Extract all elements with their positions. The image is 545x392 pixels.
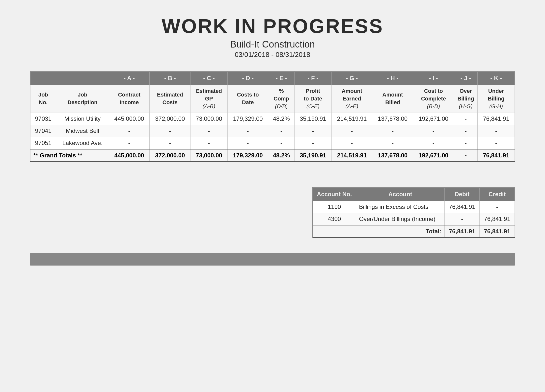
job-no-cell: 97041 [30, 125, 56, 137]
account-no-cell: 4300 [313, 213, 356, 225]
pct-comp-cell: 48.2% [268, 113, 295, 125]
under-billing-cell: - [478, 125, 515, 137]
secondary-header-row: Account No. Account Debit Credit [313, 188, 515, 201]
account-no-cell: 1190 [313, 201, 356, 213]
pct-comp-cell: - [268, 137, 295, 149]
col-pct-comp-label: %Comp(D/B) [268, 85, 295, 113]
col-f-letter: - F - [295, 72, 332, 85]
debit-header: Debit [444, 188, 480, 201]
profit-to-date-cell: - [295, 137, 332, 149]
secondary-totals-debit: 76,841.91 [444, 225, 480, 238]
col-j-letter: - J - [454, 72, 478, 85]
col-d-letter: - D - [227, 72, 268, 85]
cost-to-complete-cell: - [413, 125, 454, 137]
account-name-cell: Billings in Excess of Costs [356, 201, 445, 213]
contract-income-cell: - [109, 125, 150, 137]
col-est-costs-label: EstimatedCosts [150, 85, 191, 113]
col-amount-billed-label: AmountBilled [372, 85, 413, 113]
profit-to-date-cell: - [295, 125, 332, 137]
secondary-table-row: 4300 Over/Under Billings (Income) - 76,8… [313, 213, 515, 225]
est-costs-cell: - [150, 125, 191, 137]
cost-to-complete-cell: - [413, 137, 454, 149]
amount-earned-cell: - [331, 125, 372, 137]
col-c-letter: - C - [191, 72, 228, 85]
job-no-cell: 97051 [30, 137, 56, 149]
totals-row: ** Grand Totals ** 445,000.00 372,000.00… [30, 149, 515, 162]
credit-cell: 76,841.91 [480, 213, 515, 225]
over-billing-cell: - [454, 137, 478, 149]
col-est-gp-label: EstimatedGP(A-B) [191, 85, 228, 113]
report-title: WORK IN PROGRESS [30, 15, 515, 38]
amount-billed-cell: - [372, 125, 413, 137]
amount-billed-cell: - [372, 137, 413, 149]
costs-to-date-cell: - [227, 137, 268, 149]
costs-to-date-cell: 179,329.00 [227, 113, 268, 125]
col-job-desc-label: JobDescription [56, 85, 109, 113]
amount-billed-cell: 137,678.00 [372, 113, 413, 125]
costs-to-date-cell: - [227, 125, 268, 137]
col-over-billing-label: OverBilling(H-G) [454, 85, 478, 113]
totals-amount-billed: 137,678.00 [372, 149, 413, 162]
credit-cell: - [480, 201, 515, 213]
pct-comp-cell: - [268, 125, 295, 137]
job-desc-cell: Mission Utility [56, 113, 109, 125]
col-amount-earned-label: AmountEarned(A•E) [331, 85, 372, 113]
job-desc-cell: Lakewood Ave. [56, 137, 109, 149]
col-k-letter: - K - [478, 72, 515, 85]
footer-bar [30, 253, 515, 266]
amount-earned-cell: - [331, 137, 372, 149]
col-empty-1 [30, 72, 56, 85]
est-gp-cell: - [191, 137, 228, 149]
col-letter-row: - A - - B - - C - - D - - E - - F - - G … [30, 72, 515, 85]
totals-empty-1 [313, 225, 356, 238]
report-header: WORK IN PROGRESS Build-It Construction 0… [30, 15, 515, 59]
main-table: - A - - B - - C - - D - - E - - F - - G … [30, 72, 515, 162]
secondary-table-wrapper: Account No. Account Debit Credit 1190 Bi… [312, 187, 515, 238]
totals-contract-income: 445,000.00 [109, 149, 150, 162]
col-under-billing-label: UnderBilling(G-H) [478, 85, 515, 113]
col-g-letter: - G - [331, 72, 372, 85]
profit-to-date-cell: 35,190.91 [295, 113, 332, 125]
totals-est-gp: 73,000.00 [191, 149, 228, 162]
amount-earned-cell: 214,519.91 [331, 113, 372, 125]
totals-est-costs: 372,000.00 [150, 149, 191, 162]
col-b-letter: - B - [150, 72, 191, 85]
secondary-table-row: 1190 Billings in Excess of Costs 76,841.… [313, 201, 515, 213]
secondary-table: Account No. Account Debit Credit 1190 Bi… [313, 188, 515, 238]
grand-totals-label: ** Grand Totals ** [30, 149, 109, 162]
est-costs-cell: - [150, 137, 191, 149]
totals-costs-to-date: 179,329.00 [227, 149, 268, 162]
over-billing-cell: - [454, 113, 478, 125]
col-i-letter: - I - [413, 72, 454, 85]
account-name-cell: Over/Under Billings (Income) [356, 213, 445, 225]
col-job-no-label: JobNo. [30, 85, 56, 113]
cost-to-complete-cell: 192,671.00 [413, 113, 454, 125]
totals-over-billing: - [454, 149, 478, 162]
table-row: 97041 Midwest Bell - - - - - - - - - - - [30, 125, 515, 137]
credit-header: Credit [480, 188, 515, 201]
totals-under-billing: 76,841.91 [478, 149, 515, 162]
est-costs-cell: 372,000.00 [150, 113, 191, 125]
totals-profit-to-date: 35,190.91 [295, 149, 332, 162]
debit-cell: 76,841.91 [444, 201, 480, 213]
contract-income-cell: 445,000.00 [109, 113, 150, 125]
table-row: 97031 Mission Utility 445,000.00 372,000… [30, 113, 515, 125]
contract-income-cell: - [109, 137, 150, 149]
under-billing-cell: - [478, 137, 515, 149]
col-e-letter: - E - [268, 72, 295, 85]
debit-cell: - [444, 213, 480, 225]
main-table-wrapper: - A - - B - - C - - D - - E - - F - - G … [30, 71, 515, 162]
totals-amount-earned: 214,519.91 [331, 149, 372, 162]
under-billing-cell: 76,841.91 [478, 113, 515, 125]
job-desc-cell: Midwest Bell [56, 125, 109, 137]
est-gp-cell: 73,000.00 [191, 113, 228, 125]
over-billing-cell: - [454, 125, 478, 137]
account-header: Account [356, 188, 445, 201]
est-gp-cell: - [191, 125, 228, 137]
secondary-totals-credit: 76,841.91 [480, 225, 515, 238]
col-h-letter: - H - [372, 72, 413, 85]
col-profit-to-date-label: Profitto Date(C•E) [295, 85, 332, 113]
company-name: Build-It Construction [30, 39, 515, 50]
page: WORK IN PROGRESS Build-It Construction 0… [0, 0, 545, 392]
date-range: 03/01/2018 - 08/31/2018 [30, 51, 515, 59]
